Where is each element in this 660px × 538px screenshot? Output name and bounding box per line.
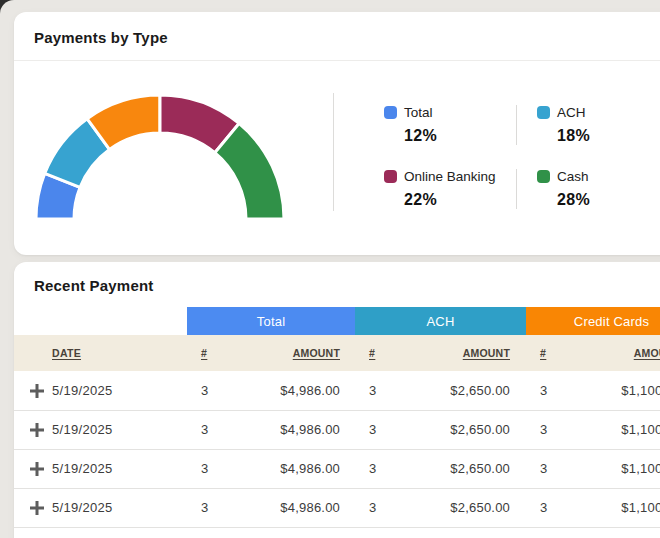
- group-header-total: Total: [187, 307, 355, 335]
- plus-icon: [30, 462, 44, 476]
- ach-amount-cell: $2,650.00: [408, 527, 526, 538]
- gauge-chart-area: [14, 61, 333, 253]
- column-header-ach-amount: AMOUNT: [408, 335, 526, 371]
- date-cell: 5/19/2025: [52, 410, 187, 449]
- group-header-empty: [14, 307, 187, 335]
- expander-cell: [14, 527, 52, 538]
- plus-icon: [30, 384, 44, 398]
- expand-row-button[interactable]: [30, 501, 45, 516]
- date-cell: 5/19/2025: [52, 527, 187, 538]
- table-column-header-row: DATE # AMOUNT # AMOUNT # AMOUNT: [14, 335, 660, 371]
- expander-cell: [14, 410, 52, 449]
- column-header-date: DATE: [52, 335, 187, 371]
- plus-icon: [30, 501, 44, 515]
- total-count-cell: 3: [187, 371, 240, 410]
- group-header-ach: ACH: [355, 307, 526, 335]
- expander-cell: [14, 449, 52, 488]
- ach-count-cell: 3: [355, 488, 408, 527]
- plus-icon: [30, 423, 44, 437]
- expand-row-button[interactable]: [30, 462, 45, 477]
- column-header-cc-amount: AMOUNT: [579, 335, 660, 371]
- date-cell: 5/19/2025: [52, 488, 187, 527]
- ach-amount-cell: $2,650.00: [408, 488, 526, 527]
- payments-gauge-chart: [14, 61, 314, 239]
- dashboard-page: Payments by Type Total 12% ACH: [0, 0, 660, 538]
- recent-card-header: Recent Payment: [14, 262, 660, 307]
- legend-swatch-online-banking: [384, 170, 397, 183]
- legend-swatch-ach: [537, 106, 550, 119]
- group-header-credit-cards: Credit Cards: [526, 307, 660, 335]
- total-amount-cell: $4,986.00: [240, 527, 355, 538]
- table-row: 5/19/2025 3 $4,986.00 3 $2,650.00 3 $1,1…: [14, 488, 660, 527]
- total-amount-cell: $4,986.00: [240, 410, 355, 449]
- legend-label: Total: [404, 105, 433, 120]
- ach-count-cell: 3: [355, 410, 408, 449]
- legend-value: 18%: [557, 127, 660, 145]
- payments-card-body: Total 12% ACH 18% Online Banking: [14, 61, 660, 253]
- total-count-cell: 3: [187, 449, 240, 488]
- total-count-cell: 3: [187, 527, 240, 538]
- ach-count-cell: 3: [355, 371, 408, 410]
- cc-count-cell: 3: [526, 527, 579, 538]
- legend-item-cash: Cash 28%: [516, 169, 660, 209]
- column-header-ach-count: #: [355, 335, 408, 371]
- column-header-cc-count: #: [526, 335, 579, 371]
- cc-amount-cell: $1,100.00: [579, 488, 660, 527]
- cc-count-cell: 3: [526, 488, 579, 527]
- cc-amount-cell: $1,100.00: [579, 410, 660, 449]
- recent-payment-card: Recent Payment Total ACH: [14, 262, 660, 538]
- payments-legend: Total 12% ACH 18% Online Banking: [334, 61, 660, 253]
- total-amount-cell: $4,986.00: [240, 449, 355, 488]
- legend-label: ACH: [557, 105, 586, 120]
- legend-item-online-banking: Online Banking 22%: [384, 169, 516, 209]
- total-amount-cell: $4,986.00: [240, 488, 355, 527]
- legend-value: 22%: [404, 191, 516, 209]
- column-header-total-amount: AMOUNT: [240, 335, 355, 371]
- recent-card-title: Recent Payment: [34, 277, 660, 294]
- expand-row-button[interactable]: [30, 423, 45, 438]
- legend-value: 12%: [404, 127, 516, 145]
- payments-card-header: Payments by Type: [14, 12, 660, 61]
- cc-amount-cell: $1,100.00: [579, 371, 660, 410]
- ach-count-cell: 3: [355, 527, 408, 538]
- column-header-total-count: #: [187, 335, 240, 371]
- legend-item-total: Total 12%: [384, 105, 516, 145]
- table-row: 5/19/2025 3 $4,986.00 3 $2,650.00 3 $1,1…: [14, 410, 660, 449]
- ach-amount-cell: $2,650.00: [408, 410, 526, 449]
- table-group-header-row: Total ACH Credit Cards: [14, 307, 660, 335]
- cc-count-cell: 3: [526, 410, 579, 449]
- table-row: 5/19/2025 3 $4,986.00 3 $2,650.00 3 $1,1…: [14, 449, 660, 488]
- legend-label: Online Banking: [404, 169, 496, 184]
- ach-amount-cell: $2,650.00: [408, 449, 526, 488]
- recent-payments-table: Total ACH Credit Cards DATE # AMOUNT # A…: [14, 307, 660, 538]
- date-cell: 5/19/2025: [52, 449, 187, 488]
- payments-by-type-card: Payments by Type Total 12% ACH: [14, 12, 660, 255]
- ach-count-cell: 3: [355, 449, 408, 488]
- total-count-cell: 3: [187, 410, 240, 449]
- legend-swatch-total: [384, 106, 397, 119]
- expand-row-button[interactable]: [30, 383, 45, 398]
- column-header-expander: [14, 335, 52, 371]
- table-row: 5/19/2025 3 $4,986.00 3 $2,650.00 3 $1,1…: [14, 371, 660, 410]
- legend-swatch-cash: [537, 170, 550, 183]
- total-count-cell: 3: [187, 488, 240, 527]
- payments-card-title: Payments by Type: [34, 29, 660, 46]
- cc-amount-cell: $1,100.00: [579, 449, 660, 488]
- cc-amount-cell: $1,100.00: [579, 527, 660, 538]
- legend-item-ach: ACH 18%: [516, 105, 660, 145]
- expander-cell: [14, 371, 52, 410]
- expander-cell: [14, 488, 52, 527]
- cc-count-cell: 3: [526, 449, 579, 488]
- cc-count-cell: 3: [526, 371, 579, 410]
- total-amount-cell: $4,986.00: [240, 371, 355, 410]
- legend-value: 28%: [557, 191, 660, 209]
- legend-label: Cash: [557, 169, 589, 184]
- ach-amount-cell: $2,650.00: [408, 371, 526, 410]
- date-cell: 5/19/2025: [52, 371, 187, 410]
- table-row: 5/19/2025 3 $4,986.00 3 $2,650.00 3 $1,1…: [14, 527, 660, 538]
